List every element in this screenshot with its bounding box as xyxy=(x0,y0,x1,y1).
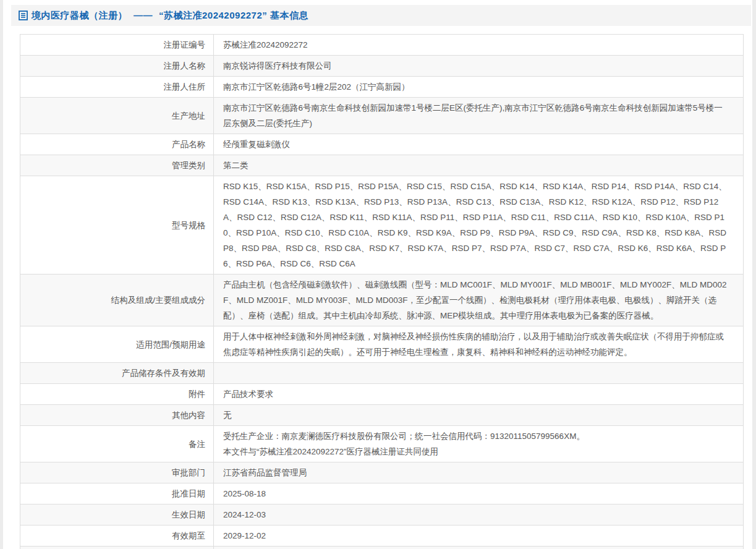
table-row: 备注 受托生产企业：南京麦澜德医疗科技股份有限公司；统一社会信用代码：91320… xyxy=(20,426,744,462)
row-value: 用于人体中枢神经刺激和外周神经刺激，对脑神经及神经损伤性疾病的辅助治疗，以及用于… xyxy=(214,326,744,363)
row-value: 无 xyxy=(214,405,744,426)
row-label: 产品名称 xyxy=(20,134,214,155)
row-value: 第二类 xyxy=(214,155,744,176)
table-row: 审批部门 江苏省药品监督管理局 xyxy=(20,462,744,483)
row-label: 产品储存条件及有效期 xyxy=(20,363,214,384)
row-label: 备注 xyxy=(20,426,214,462)
page-title-category: 境内医疗器械（注册） xyxy=(32,10,127,20)
page-title-registration-number: “苏械注准20242092272” 基本信息 xyxy=(159,10,308,20)
row-label: 其他内容 xyxy=(20,405,214,426)
row-label: 适用范围/预期用途 xyxy=(20,326,214,363)
registration-detail-page: 境内医疗器械（注册）——“苏械注准20242092272” 基本信息 注册证编号… xyxy=(3,0,752,549)
row-value: 南京锐诗得医疗科技有限公司 xyxy=(214,56,744,77)
row-value: 苏械注准20242092272 xyxy=(214,35,744,56)
table-row: 管理类别 第二类 xyxy=(20,155,744,176)
document-icon xyxy=(19,11,28,20)
table-row: 2025-08-18适用范围变更由“刺激人体中枢神经和外周神经，用于神经电生理检… xyxy=(20,547,744,549)
page-header: 境内医疗器械（注册）——“苏械注准20242092272” 基本信息 xyxy=(11,5,751,26)
table-row: 附件 产品技术要求 xyxy=(20,384,744,405)
row-label: 管理类别 xyxy=(20,155,214,176)
row-label: 有效期至 xyxy=(20,526,214,547)
table-row: 有效期至 2029-12-02 xyxy=(20,526,744,547)
table-row: 产品储存条件及有效期 xyxy=(20,363,744,384)
row-label: 生效日期 xyxy=(20,504,214,526)
title-separator: —— xyxy=(134,10,153,20)
row-value: 2025-08-18适用范围变更由“刺激人体中枢神经和外周神经，用于神经电生理检… xyxy=(214,547,744,549)
row-label: 审批部门 xyxy=(20,462,214,483)
row-value: 2024-12-03 xyxy=(214,504,744,526)
table-row: 其他内容 无 xyxy=(20,405,744,426)
row-value: 2029-12-02 xyxy=(214,526,744,547)
row-label: 生产地址 xyxy=(20,98,214,134)
table-row: 生效日期 2024-12-03 xyxy=(20,504,744,526)
table-row: 产品名称 经颅重复磁刺激仪 xyxy=(20,134,744,155)
table-row: 生产地址 南京市江宁区乾德路6号南京生命科技创新园加速带1号楼二层E区(委托生产… xyxy=(20,98,744,134)
row-label: 附件 xyxy=(20,384,214,405)
table-row: 型号规格 RSD K15、RSD K15A、RSD P15、RSD P15A、R… xyxy=(20,176,744,274)
table-row: 结构及组成/主要组成成分 产品由主机（包含经颅磁刺激软件）、磁刺激线圈（型号：M… xyxy=(20,274,744,326)
table-row: 适用范围/预期用途 用于人体中枢神经刺激和外周神经刺激，对脑神经及神经损伤性疾病… xyxy=(20,326,744,363)
row-value: 产品由主机（包含经颅磁刺激软件）、磁刺激线圈（型号：MLD MC001F、MLD… xyxy=(214,274,744,326)
row-value: 产品技术要求 xyxy=(214,384,744,405)
row-label xyxy=(20,547,214,549)
row-value: 南京市江宁区乾德路6号1幢2层202（江宁高新园） xyxy=(214,77,744,98)
row-label: 型号规格 xyxy=(20,176,214,274)
table-row: 批准日期 2025-08-18 xyxy=(20,483,744,504)
page-title: 境内医疗器械（注册）——“苏械注准20242092272” 基本信息 xyxy=(32,10,308,22)
row-value xyxy=(214,363,744,384)
row-label: 注册证编号 xyxy=(20,35,214,56)
row-label: 注册人住所 xyxy=(20,77,214,98)
row-value: 江苏省药品监督管理局 xyxy=(214,462,744,483)
table-row: 注册证编号 苏械注准20242092272 xyxy=(20,35,744,56)
row-value: 受托生产企业：南京麦澜德医疗科技股份有限公司；统一社会信用代码：91320115… xyxy=(214,426,744,462)
row-value: 南京市江宁区乾德路6号南京生命科技创新园加速带1号楼二层E区(委托生产),南京市… xyxy=(214,98,744,134)
row-label: 批准日期 xyxy=(20,483,214,504)
table-row: 注册人住所 南京市江宁区乾德路6号1幢2层202（江宁高新园） xyxy=(20,77,744,98)
row-value: 经颅重复磁刺激仪 xyxy=(214,134,744,155)
table-row: 注册人名称 南京锐诗得医疗科技有限公司 xyxy=(20,56,744,77)
registration-info-table: 注册证编号 苏械注准20242092272 注册人名称 南京锐诗得医疗科技有限公… xyxy=(20,34,744,549)
row-label: 注册人名称 xyxy=(20,56,214,77)
row-value: 2025-08-18 xyxy=(214,483,744,504)
row-label: 结构及组成/主要组成成分 xyxy=(20,274,214,326)
row-value: RSD K15、RSD K15A、RSD P15、RSD P15A、RSD C1… xyxy=(214,176,744,274)
